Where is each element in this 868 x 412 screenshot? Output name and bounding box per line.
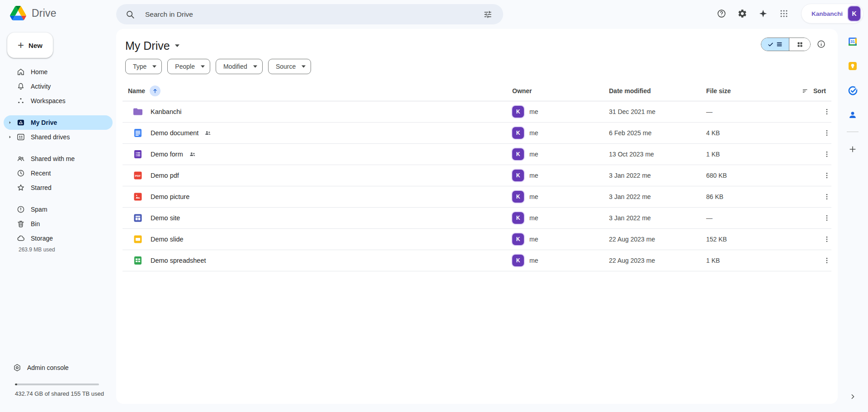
add-panel-app-icon[interactable] [844,140,862,158]
search-bar[interactable] [116,4,503,24]
table-row[interactable]: Demo document K me 6 Feb 2025 me 4 KB [123,123,831,144]
contacts-icon[interactable] [844,106,862,124]
page-title: My Drive [125,39,170,52]
plus-icon: + [18,40,24,51]
sort-button[interactable]: Sort [787,87,826,95]
owner-label: me [529,108,538,115]
table-row[interactable]: Demo slide K me 22 Aug 2023 me 152 KB [123,229,831,250]
spreadsheet-icon [132,255,143,266]
mydrive-icon [16,118,25,127]
sidebar-item-home[interactable]: Home [4,65,113,79]
search-input[interactable] [144,10,479,19]
document-icon [132,128,143,138]
file-size: 1 KB [706,151,818,158]
account-name: Kanbanchi [811,10,843,17]
search-icon[interactable] [123,7,138,22]
view-toggle [761,38,811,51]
file-size: 4 KB [706,129,818,137]
sidebar-item-shared-with-me[interactable]: Shared with me [4,152,113,166]
owner-label: me [529,129,538,137]
sidebar-item-workspaces[interactable]: Workspaces [4,94,113,108]
column-header-modified: Date modified [609,87,706,95]
file-size: — [706,214,818,222]
more-options-icon[interactable] [818,209,835,227]
new-button[interactable]: + New [7,33,53,58]
shared-indicator-icon [204,129,212,137]
sidebar-item-recent[interactable]: Recent [4,166,113,180]
date-modified: 13 Oct 2023 me [609,151,706,158]
page-title-dropdown[interactable]: My Drive [125,39,180,52]
filter-chip-type[interactable]: Type [125,59,162,74]
sidebar-group: My Drive Shared drives [0,115,116,144]
info-icon[interactable] [812,35,830,52]
admin-console-icon [13,363,22,372]
storage-used-label: 263.9 MB used [19,246,116,253]
more-options-icon[interactable] [818,231,835,248]
sort-ascending-icon[interactable] [150,85,160,96]
chevron-down-icon [200,65,205,68]
drive-logo[interactable]: Drive [10,6,57,20]
help-icon[interactable] [712,5,731,23]
file-name: Demo pdf [151,172,179,179]
filter-chip-people[interactable]: People [167,59,210,74]
admin-section: Admin console 432.74 GB of shared 155 TB… [0,360,116,375]
table-row[interactable]: Demo site K me 3 Jan 2022 me — [123,208,831,229]
sidebar-item-starred[interactable]: Starred [4,180,113,195]
calendar-icon[interactable]: 31 [844,33,862,51]
list-view-button[interactable] [761,38,789,51]
table-row[interactable]: PDF Demo pdf K me 3 Jan 2022 me 680 KB [123,165,831,186]
file-size: 1 KB [706,257,818,264]
sort-lines-icon [802,87,809,95]
keep-icon[interactable] [844,57,862,75]
more-options-icon[interactable] [818,146,835,163]
date-modified: 3 Jan 2022 me [609,193,706,200]
apps-grid-icon[interactable] [775,5,793,23]
gemini-spark-icon[interactable] [754,5,772,23]
top-bar: Drive [0,0,868,29]
more-options-icon[interactable] [818,252,835,269]
home-icon [16,67,25,76]
pdf-icon: PDF [132,170,143,181]
cloud-icon [16,234,25,243]
sidebar-item-activity[interactable]: Activity [4,79,113,94]
owner-avatar: K [512,212,524,224]
admin-console-item[interactable]: Admin console [0,360,116,375]
advanced-search-icon[interactable] [479,5,497,24]
collapse-panel-chevron-icon[interactable] [844,388,862,406]
main-content-card: My Drive [116,29,838,404]
date-modified: 3 Jan 2022 me [609,172,706,179]
table-row[interactable]: Kanbanchi K me 31 Dec 2021 me — [123,101,831,123]
file-name: Demo document [151,129,198,137]
sidebar-item-storage[interactable]: Storage [4,231,113,246]
more-options-icon[interactable] [818,124,835,142]
sidebar-item-my-drive[interactable]: My Drive [4,115,113,130]
drive-logo-icon [10,6,26,20]
column-header-name[interactable]: Name [128,85,512,96]
owner-avatar: K [512,127,524,139]
sidebar-item-spam[interactable]: Spam [4,202,113,217]
expand-chevron-icon[interactable] [8,120,12,125]
table-row[interactable]: Demo spreadsheet K me 22 Aug 2023 me 1 K… [123,250,831,271]
date-modified: 3 Jan 2022 me [609,214,706,222]
table-row[interactable]: Demo form K me 13 Oct 2023 me 1 KB [123,144,831,165]
more-options-icon[interactable] [818,167,835,184]
bell-icon [16,82,25,91]
tasks-icon[interactable] [844,81,862,99]
more-options-icon[interactable] [818,103,835,120]
grid-view-button[interactable] [789,38,810,51]
filter-chip-source[interactable]: Source [268,59,311,74]
date-modified: 31 Dec 2021 me [609,108,706,115]
file-size: — [706,108,818,115]
expand-chevron-icon[interactable] [8,135,12,139]
sidebar-item-shared-drives[interactable]: Shared drives [4,130,113,144]
filter-chip-modified[interactable]: Modified [216,59,263,74]
app-name: Drive [32,7,57,19]
side-panel: 31 [838,29,868,412]
account-chip[interactable]: Kanbanchi K [801,4,863,24]
settings-gear-icon[interactable] [733,5,751,23]
sidebar-item-bin[interactable]: Bin [4,217,113,231]
more-options-icon[interactable] [818,188,835,205]
table-row[interactable]: Demo picture K me 3 Jan 2022 me 86 KB [123,186,831,208]
account-avatar[interactable]: K [848,6,860,21]
storage-progress-bar [15,384,99,385]
